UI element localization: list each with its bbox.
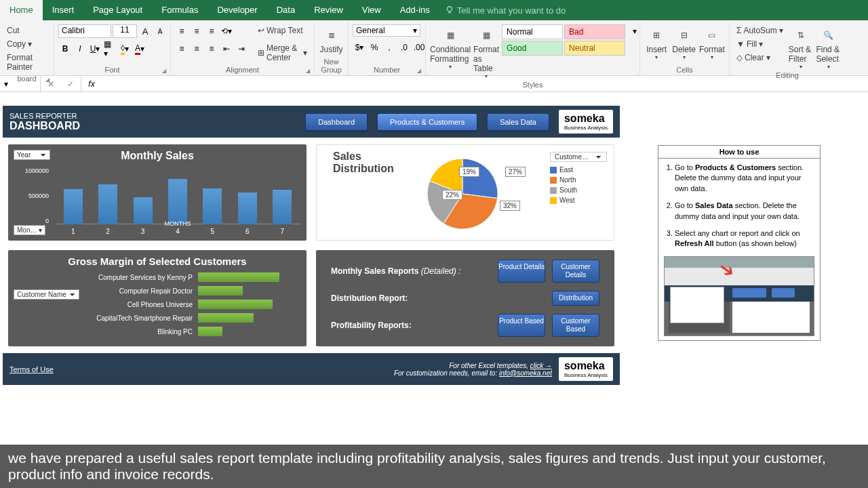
video-caption: we have prepared a useful sales report t… (0, 445, 868, 488)
bar (64, 189, 83, 224)
align-right-button[interactable]: ≡ (205, 42, 218, 56)
cell-styles-gallery[interactable]: Normal Bad Good Neutral (502, 24, 625, 56)
monthly-sales-chart[interactable]: Monthly Sales Year⏷ Mon… ▾ 1000000 50000… (8, 144, 307, 241)
legend-item: North (550, 175, 607, 185)
style-good[interactable]: Good (502, 41, 563, 56)
tab-addins[interactable]: Add-ins (391, 0, 439, 20)
gross-margin-chart[interactable]: Gross Margin of Selected Customers Custo… (8, 250, 307, 346)
x-tick: 5 (211, 228, 215, 235)
cells-group-label: Cells (644, 64, 725, 75)
underline-button[interactable]: U ▾ (88, 42, 102, 56)
tab-developer[interactable]: Developer (208, 0, 267, 20)
email-link[interactable]: info@someka.net (499, 369, 552, 377)
nav-dashboard-button[interactable]: Dashboard (305, 113, 368, 131)
alignment-group-label: Alignment◢ (175, 64, 310, 75)
currency-button[interactable]: $▾ (353, 41, 366, 54)
dashboard: SALES REPORTER DASHBOARD Dashboard Produ… (3, 106, 620, 385)
nav-products-button[interactable]: Products & Customers (377, 113, 477, 131)
font-group-label: Font◢ (58, 64, 166, 75)
tell-me[interactable]: Tell me what you want to do (445, 5, 566, 16)
decrease-indent-button[interactable]: ⇤ (220, 42, 233, 56)
align-bottom-button[interactable]: ≡ (205, 24, 218, 38)
product-based-button[interactable]: Product Based (498, 314, 545, 337)
tab-formulas[interactable]: Formulas (152, 0, 208, 20)
font-size-select[interactable]: 11 (113, 24, 137, 38)
delete-cells-button[interactable]: ⊟Delete▾ (671, 24, 696, 60)
format-painter-button[interactable]: Format Painter (4, 52, 50, 73)
bold-button[interactable]: B (58, 42, 72, 56)
enter-formula-button[interactable]: ✓ (67, 79, 74, 89)
align-left-button[interactable]: ≡ (175, 42, 189, 56)
hbar-row: Computer Services by Kenny P (88, 270, 298, 284)
font-color-button[interactable]: A▾ (133, 42, 146, 56)
decrease-font-button[interactable]: A (153, 24, 167, 38)
find-select-button[interactable]: 🔍Find & Select▾ (816, 24, 841, 70)
tab-review[interactable]: Review (304, 0, 353, 20)
decrease-decimal-button[interactable]: .00 (412, 41, 426, 54)
orientation-button[interactable]: ⟲▾ (220, 24, 233, 38)
cond-format-icon: ▦ (441, 26, 460, 45)
distribution-button[interactable]: Distribution (552, 291, 599, 306)
sales-distribution-chart[interactable]: SalesDistribution 27% 32% 22% 19% Custom… (316, 144, 614, 241)
clear-button[interactable]: ◇Clear ▾ (734, 52, 786, 64)
customer-details-button[interactable]: Customer Details (552, 260, 599, 283)
x-tick: 1 (71, 228, 75, 235)
copy-button[interactable]: Copy ▾ (4, 38, 50, 50)
year-filter[interactable]: Year⏷ (14, 150, 50, 160)
format-cells-button[interactable]: ▭Format▾ (699, 24, 725, 60)
justify-icon: ≣ (322, 26, 341, 45)
increase-decimal-button[interactable]: .0 (397, 41, 411, 54)
howto-title: How to use (658, 146, 820, 159)
format-as-table-button[interactable]: ▦Format as Table▾ (473, 24, 499, 79)
tab-view[interactable]: View (353, 0, 391, 20)
legend-filter[interactable]: Custome…⏷ (550, 152, 607, 162)
nav-sales-data-button[interactable]: Sales Data (487, 113, 549, 131)
merge-icon: ⊞ (258, 48, 264, 58)
insert-icon: ⊞ (647, 26, 666, 45)
terms-link[interactable]: Terms of Use (9, 365, 54, 373)
svg-point-0 (447, 7, 452, 12)
tab-page-layout[interactable]: Page Layout (83, 0, 152, 20)
align-center-button[interactable]: ≡ (190, 42, 203, 56)
border-button[interactable]: ▦ ▾ (103, 42, 117, 56)
number-format-select[interactable]: General▾ (353, 24, 420, 37)
sort-filter-button[interactable]: ⇅Sort & Filter▾ (789, 24, 814, 70)
customer-filter[interactable]: Customer Name⏷ (14, 289, 79, 300)
fx-button[interactable]: fx (81, 76, 102, 92)
x-tick: 7 (280, 228, 284, 235)
insert-cells-button[interactable]: ⊞Insert▾ (644, 24, 669, 60)
fill-button[interactable]: ▼Fill ▾ (734, 38, 786, 50)
bucket-icon: ◊ (121, 43, 125, 55)
fill-color-button[interactable]: ◊▾ (118, 42, 132, 56)
percent-button[interactable]: % (368, 41, 381, 54)
hbar-row: CapitalTech Smartphone Repair (88, 311, 298, 325)
font-name-select[interactable]: Calibri (58, 24, 111, 38)
style-neutral[interactable]: Neutral (564, 41, 625, 56)
tab-home[interactable]: Home (0, 0, 43, 20)
newgroup-label: New Group (319, 56, 344, 75)
comma-button[interactable]: , (382, 41, 396, 54)
month-filter[interactable]: Mon… ▾ (14, 225, 45, 235)
tab-data[interactable]: Data (267, 0, 304, 20)
hbar-row: Computer Repair Doctor (88, 284, 298, 298)
cut-button[interactable]: Cut (4, 24, 50, 37)
conditional-formatting-button[interactable]: ▦Conditional Formatting▾ (430, 24, 471, 70)
dashboard-footer: Terms of Use For other Excel templates, … (3, 353, 620, 385)
pie-label-east: 27% (505, 167, 526, 177)
product-details-button[interactable]: Product Details (498, 260, 545, 283)
increase-indent-button[interactable]: ⇥ (235, 42, 248, 56)
wrap-text-button[interactable]: ↩Wrap Text (255, 24, 310, 37)
align-top-button[interactable]: ≡ (175, 24, 189, 38)
customer-based-button[interactable]: Customer Based (552, 314, 599, 337)
tab-insert[interactable]: Insert (43, 0, 84, 20)
align-middle-button[interactable]: ≡ (190, 24, 203, 38)
templates-link[interactable]: click → (530, 362, 552, 369)
style-normal[interactable]: Normal (502, 24, 563, 39)
merge-center-button[interactable]: ⊞Merge & Center ▾ (255, 42, 310, 64)
justify-button[interactable]: ≣Justify (319, 24, 344, 54)
italic-button[interactable]: I (73, 42, 87, 56)
style-bad[interactable]: Bad (564, 24, 625, 39)
increase-font-button[interactable]: A (138, 24, 152, 38)
autosum-button[interactable]: ΣAutoSum ▾ (734, 24, 786, 37)
hbar-row: Cell Phones Universe (88, 298, 298, 311)
